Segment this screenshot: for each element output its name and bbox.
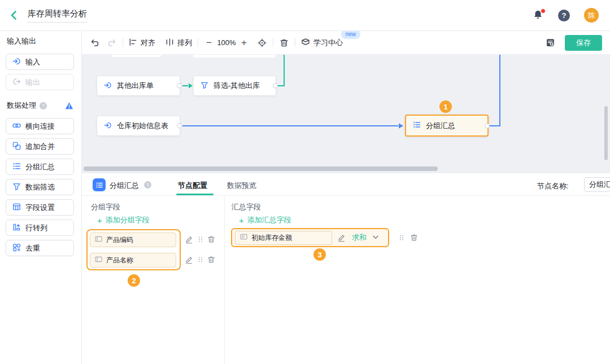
align-button[interactable]: 对齐 — [129, 38, 155, 48]
field-icon — [95, 235, 102, 244]
column-divider — [224, 196, 225, 364]
canvas-toolbar: 对齐 排列 − 100% + 学习中心 new 保存 — [82, 31, 610, 55]
learn-center-button[interactable]: 学习中心 new — [301, 37, 343, 48]
process-help-icon[interactable]: ? — [40, 102, 47, 109]
trash-icon[interactable] — [207, 255, 216, 264]
avatar[interactable]: 陈 — [584, 8, 599, 23]
edit-pencil-icon[interactable] — [184, 255, 193, 264]
edit-pencil-icon[interactable] — [337, 233, 346, 242]
node-warehouse-init[interactable]: 仓库初始信息表 — [97, 116, 180, 135]
toolbar-divider — [123, 38, 123, 47]
config-panel-body: 分组字段 + 添加分组字段 产品编码 产品名称 2 汇总字段 + 添加汇总字段 — [82, 196, 610, 364]
output-icon — [12, 77, 21, 87]
zoom-in-icon[interactable]: + — [239, 38, 249, 48]
palette-item-join[interactable]: 横向连接 — [6, 118, 74, 134]
pivot-icon — [12, 223, 21, 233]
palette-item-pivot[interactable]: 行转列 — [6, 220, 74, 236]
toolbar-divider — [295, 38, 295, 47]
back-icon[interactable] — [8, 9, 20, 21]
active-tab-underline — [176, 194, 213, 195]
notification-bell-icon[interactable] — [533, 10, 544, 21]
agg-method-value: 求和 — [352, 233, 367, 243]
new-badge: new — [341, 30, 360, 39]
input-icon — [104, 81, 112, 91]
tab-node-config[interactable]: 节点配置 — [178, 181, 207, 191]
canvas-vertical-scrollbar[interactable] — [604, 106, 608, 160]
learn-center-icon — [301, 37, 310, 48]
agg-field-item[interactable]: 初始库存金额 — [235, 231, 332, 245]
palette-item-append[interactable]: 追加合并 — [6, 138, 74, 155]
plus-icon: + — [97, 217, 102, 224]
toolbar-divider — [273, 38, 273, 47]
redo-icon[interactable] — [107, 38, 117, 48]
palette-item-output[interactable]: 输出 — [6, 74, 74, 90]
arrange-button[interactable]: 排列 — [165, 38, 192, 48]
tab-data-preview[interactable]: 数据预览 — [227, 181, 256, 191]
palette-item-dedupe[interactable]: 去重 — [6, 240, 74, 256]
arrange-icon — [165, 38, 174, 48]
group-fields-title: 分组字段 — [91, 202, 120, 212]
palette-item-input[interactable]: 输入 — [6, 54, 74, 70]
tutorial-highlight-agg-field: 初始库存金额 求和 — [231, 228, 389, 247]
undo-icon[interactable] — [90, 38, 100, 48]
node-group-summary[interactable]: 分组汇总 — [405, 115, 489, 137]
canvas-horizontal-scrollbar[interactable] — [84, 166, 438, 171]
palette-item-group[interactable]: 分组汇总 — [6, 159, 74, 175]
warning-triangle-icon[interactable] — [65, 102, 73, 110]
panel-help-icon[interactable]: ? — [144, 181, 151, 188]
chevron-down-icon — [372, 233, 380, 243]
step-badge-3: 3 — [313, 248, 326, 261]
group-field-item[interactable]: 产品名称 — [90, 253, 176, 267]
trash-icon[interactable] — [207, 235, 216, 244]
delete-icon[interactable] — [279, 38, 289, 48]
group-field-item[interactable]: 产品编码 — [90, 233, 176, 247]
locate-icon[interactable] — [257, 38, 267, 48]
output-port[interactable] — [273, 84, 278, 89]
group-summary-icon — [93, 178, 106, 191]
agg-fields-title: 汇总字段 — [232, 202, 261, 212]
top-header: 库存周转率分析 ? 陈 — [0, 0, 610, 31]
number-field-icon — [240, 233, 247, 242]
edit-pencil-icon[interactable] — [184, 235, 193, 244]
field-icon — [95, 256, 102, 265]
node-other-outbound[interactable]: 其他出库单 — [97, 76, 180, 95]
panel-title: 分组汇总 — [110, 181, 139, 191]
snapshot-icon[interactable] — [545, 38, 555, 48]
align-icon — [129, 38, 137, 48]
input-icon — [12, 57, 21, 67]
add-group-field-button[interactable]: + 添加分组字段 — [97, 215, 150, 225]
output-port[interactable] — [177, 84, 182, 89]
save-button[interactable]: 保存 — [565, 35, 602, 51]
help-icon[interactable]: ? — [558, 10, 570, 21]
group-list-icon — [413, 121, 421, 130]
notification-dot — [541, 8, 546, 14]
section-process-heading: 数据处理 ? — [7, 101, 75, 110]
drag-handle-icon[interactable] — [196, 255, 205, 264]
add-agg-field-button[interactable]: + 添加汇总字段 — [239, 215, 291, 225]
section-io-heading: 输入输出 — [7, 37, 75, 46]
input-icon — [104, 121, 112, 131]
zoom-out-icon[interactable]: − — [204, 38, 214, 48]
connection-wires — [82, 55, 610, 173]
trash-icon[interactable] — [409, 233, 419, 242]
group-list-icon — [12, 162, 21, 172]
node-palette-sidebar: 输入输出 输入 输出 数据处理 ? 横向连接 追加合并 分组汇总 — [0, 31, 82, 364]
funnel-icon — [201, 81, 208, 91]
flow-canvas[interactable]: 其他出库单 筛选-其他出库 仓库初始信息表 分组汇总 1 — [82, 55, 610, 173]
agg-method-select[interactable]: 求和 — [352, 233, 380, 243]
node-filter-other[interactable]: 筛选-其他出库 — [194, 76, 276, 95]
output-port[interactable] — [177, 124, 182, 129]
drag-handle-icon[interactable] — [196, 235, 205, 244]
output-port[interactable] — [485, 123, 490, 128]
plus-icon: + — [239, 217, 244, 224]
append-icon — [12, 142, 21, 152]
node-name-input[interactable]: 分组汇总 — [584, 177, 610, 192]
step-badge-2: 2 — [128, 274, 140, 287]
palette-item-filter[interactable]: 数据筛选 — [6, 179, 74, 195]
page-title: 库存周转率分析 — [28, 8, 87, 23]
node-name-label: 节点名称: — [537, 181, 569, 191]
drag-handle-icon[interactable] — [397, 233, 406, 242]
step-badge-1: 1 — [439, 100, 452, 113]
app-window: 库存周转率分析 ? 陈 输入输出 输入 输出 数据处理 ? — [0, 0, 610, 364]
palette-item-fields[interactable]: 字段设置 — [6, 199, 74, 216]
